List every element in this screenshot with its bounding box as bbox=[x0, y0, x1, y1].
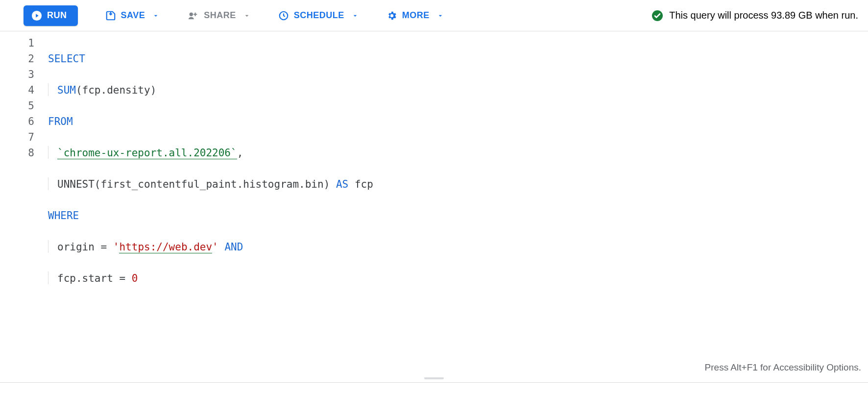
fcp-start: fcp.start = bbox=[57, 272, 132, 284]
query-status: This query will process 93.89 GB when ru… bbox=[651, 10, 858, 22]
sql-editor[interactable]: 1 2 3 4 5 6 7 8 SELECT SUM(fcp.density) … bbox=[0, 31, 868, 377]
clock-icon bbox=[278, 10, 289, 21]
num-zero: 0 bbox=[132, 272, 138, 284]
unnest-arg: (first_contentful_paint.histogram.bin) bbox=[95, 178, 330, 190]
alias: fcp bbox=[355, 178, 373, 190]
origin-eq: origin = bbox=[57, 241, 113, 253]
more-label: MORE bbox=[402, 10, 430, 21]
fn-unnest: UNNEST bbox=[57, 178, 95, 190]
chevron-down-icon bbox=[152, 12, 160, 20]
kw-where: WHERE bbox=[48, 210, 79, 222]
line-number: 1 bbox=[0, 35, 34, 51]
more-button[interactable]: MORE bbox=[386, 10, 444, 21]
play-icon bbox=[31, 10, 42, 21]
schedule-button[interactable]: SCHEDULE bbox=[278, 10, 359, 21]
line-number: 6 bbox=[0, 114, 34, 129]
toolbar: RUN SAVE SHARE SCHEDULE MORE This query … bbox=[0, 0, 868, 31]
chevron-down-icon bbox=[436, 12, 444, 20]
comma: , bbox=[237, 147, 243, 159]
accessibility-hint: Press Alt+F1 for Accessibility Options. bbox=[705, 360, 861, 375]
quote: ' bbox=[113, 241, 120, 253]
line-number: 2 bbox=[0, 51, 34, 67]
editor-gutter: 1 2 3 4 5 6 7 8 bbox=[0, 31, 45, 377]
editor-code[interactable]: SELECT SUM(fcp.density) FROM `chrome-ux-… bbox=[45, 31, 868, 377]
results-header: Query results SAVE RESULTS EXPLORE DATA bbox=[0, 382, 868, 395]
gear-icon bbox=[386, 10, 397, 21]
save-label: SAVE bbox=[121, 10, 145, 21]
line-number: 4 bbox=[0, 82, 34, 98]
status-text: This query will process 93.89 GB when ru… bbox=[669, 10, 858, 21]
line-number: 7 bbox=[0, 129, 34, 145]
fn-sum: SUM bbox=[57, 84, 76, 96]
run-button[interactable]: RUN bbox=[24, 5, 78, 26]
kw-from: FROM bbox=[48, 116, 73, 127]
chevron-down-icon bbox=[243, 12, 251, 20]
run-label: RUN bbox=[47, 10, 67, 21]
line-number: 3 bbox=[0, 67, 34, 82]
svg-point-1 bbox=[190, 12, 193, 16]
kw-as: AS bbox=[336, 178, 348, 190]
save-button[interactable]: SAVE bbox=[105, 10, 160, 21]
origin-url: https://web.dev bbox=[119, 241, 212, 253]
chevron-down-icon bbox=[351, 12, 359, 20]
kw-and: AND bbox=[224, 241, 243, 253]
quote: ' bbox=[212, 241, 218, 253]
schedule-label: SCHEDULE bbox=[294, 10, 344, 21]
save-icon bbox=[105, 10, 116, 21]
sum-arg: (fcp.density) bbox=[76, 84, 156, 96]
table-name: `chrome-ux-report.all.202206` bbox=[57, 147, 237, 159]
line-number: 8 bbox=[0, 145, 34, 161]
share-icon bbox=[187, 10, 199, 21]
kw-select: SELECT bbox=[48, 53, 85, 65]
share-label: SHARE bbox=[204, 10, 236, 21]
check-circle-icon bbox=[651, 10, 663, 22]
share-button[interactable]: SHARE bbox=[187, 10, 251, 21]
pane-drag-handle[interactable] bbox=[0, 377, 868, 382]
line-number: 5 bbox=[0, 98, 34, 114]
